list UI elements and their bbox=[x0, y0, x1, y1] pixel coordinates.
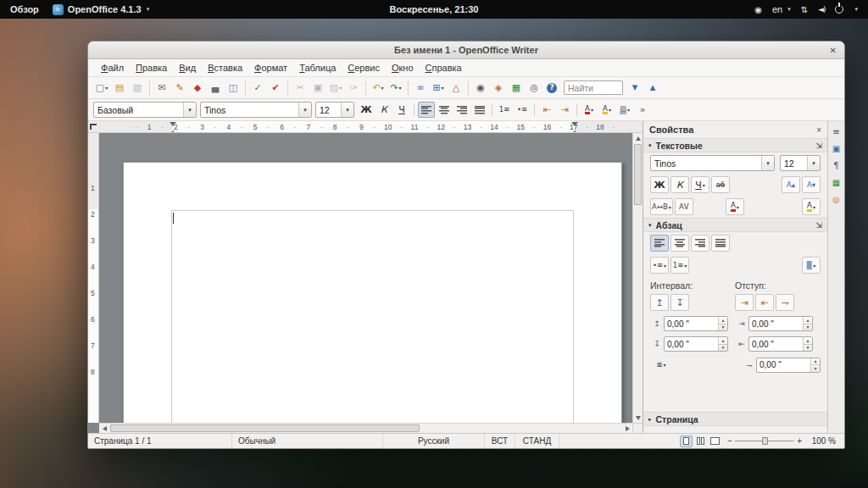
power-icon[interactable] bbox=[835, 5, 843, 14]
navigator-tab-icon[interactable]: ◎ bbox=[830, 193, 843, 207]
paragraph-style-combo[interactable]: Базовый ▾ bbox=[93, 102, 197, 118]
sidebar-bullets-icon[interactable]: •≡▾ bbox=[650, 257, 669, 274]
undo-icon[interactable]: ↶▾ bbox=[370, 80, 387, 96]
redo-icon[interactable]: ↷▾ bbox=[387, 80, 404, 96]
spin-down-icon[interactable]: ▼ bbox=[811, 365, 820, 372]
document-viewport[interactable] bbox=[99, 133, 632, 423]
format-paintbrush-icon[interactable]: ✑ bbox=[345, 80, 362, 96]
spacing-above-input[interactable]: 0,00 " ▲▼ bbox=[664, 316, 728, 331]
zoom-slider[interactable]: − + bbox=[724, 434, 805, 448]
export-pdf-icon[interactable]: ◆ bbox=[189, 80, 206, 96]
save-icon[interactable]: ▥ bbox=[129, 80, 146, 96]
menu-table[interactable]: Таблица bbox=[293, 61, 342, 75]
copy-icon[interactable]: ▣ bbox=[309, 80, 326, 96]
align-justify-icon[interactable] bbox=[471, 102, 488, 118]
menu-help[interactable]: Справка bbox=[420, 61, 468, 75]
scroll-down-icon[interactable] bbox=[633, 413, 643, 423]
find-input[interactable] bbox=[564, 80, 623, 95]
underline-icon[interactable]: Ч bbox=[393, 102, 410, 118]
sidebar-highlighting-icon[interactable]: А▾ bbox=[802, 198, 821, 215]
tab-stop-selector[interactable] bbox=[90, 124, 97, 130]
spinner-buttons[interactable]: ▲▼ bbox=[718, 337, 727, 351]
close-icon[interactable]: ✕ bbox=[830, 42, 837, 58]
sidebar-decrease-indent-icon[interactable]: ⇤ bbox=[755, 294, 774, 311]
navigator-icon[interactable]: ◈ bbox=[490, 80, 507, 96]
background-color-icon[interactable]: ▧▾ bbox=[616, 102, 633, 118]
dialog-launcher-icon[interactable]: ⇲ bbox=[815, 141, 822, 150]
email-icon[interactable]: ✉ bbox=[153, 80, 170, 96]
chevron-down-icon[interactable]: ▾ bbox=[807, 156, 820, 170]
sidebar-underline-icon[interactable]: Ч▾ bbox=[691, 176, 709, 193]
font-size-combo[interactable]: 12 ▾ bbox=[315, 102, 354, 118]
zoom-icon[interactable]: ◎ bbox=[526, 80, 542, 96]
sidebar-font-size-combo[interactable]: 12 ▾ bbox=[780, 155, 821, 171]
character-spacing-icon[interactable]: А↔В▾ bbox=[650, 198, 673, 215]
horizontal-ruler[interactable]: ·1·2·3·4·5·6·7·8·9·10·11·12·13·14·15·16·… bbox=[88, 121, 643, 133]
highlighting-icon[interactable]: А▾ bbox=[598, 102, 615, 118]
sidebar-strikethrough-icon[interactable]: аб bbox=[711, 176, 730, 193]
spin-up-icon[interactable]: ▲ bbox=[719, 317, 727, 324]
sidebar-align-left-icon[interactable] bbox=[650, 235, 669, 252]
volume-icon[interactable]: ◄) bbox=[818, 5, 825, 14]
sidebar-italic-icon[interactable]: К bbox=[670, 176, 689, 193]
bold-icon[interactable]: Ж bbox=[358, 102, 375, 118]
dialog-launcher-icon[interactable]: ⇲ bbox=[815, 221, 822, 230]
find-previous-icon[interactable]: ▲ bbox=[644, 80, 661, 96]
chevron-down-icon[interactable]: ▾ bbox=[761, 156, 774, 170]
horizontal-scrollbar[interactable] bbox=[99, 423, 632, 433]
styles-tab-icon[interactable]: ¶ bbox=[830, 159, 843, 173]
zoom-out-icon[interactable]: − bbox=[727, 436, 732, 446]
document-page[interactable] bbox=[123, 162, 622, 423]
page-preview-icon[interactable]: ◫ bbox=[225, 80, 242, 96]
first-line-indent-input[interactable]: 0,00 " ▲▼ bbox=[756, 358, 821, 373]
activities-button[interactable]: Обзор bbox=[10, 4, 39, 14]
vertical-ruler[interactable]: 12345678 bbox=[88, 133, 99, 423]
indent-after-input[interactable]: 0,00 " ▲▼ bbox=[748, 336, 813, 352]
chevron-down-icon[interactable]: ▾ bbox=[183, 103, 196, 117]
app-indicator[interactable]: ≈ OpenOffice 4.1.3 ▾ bbox=[53, 4, 149, 15]
menu-view[interactable]: Вид bbox=[173, 61, 202, 75]
single-page-view-icon[interactable] bbox=[680, 435, 693, 447]
sidebar-bold-icon[interactable]: Ж bbox=[650, 176, 669, 193]
paste-icon[interactable]: ▨▾ bbox=[327, 80, 344, 96]
scrollbar-thumb[interactable] bbox=[110, 424, 420, 432]
sidebar-numbering-icon[interactable]: 1≡▾ bbox=[670, 257, 689, 274]
decrease-indent-icon[interactable]: ⇤ bbox=[538, 102, 555, 118]
menu-edit[interactable]: Правка bbox=[130, 61, 173, 75]
status-language[interactable]: Русский bbox=[383, 434, 485, 448]
kerning-icon[interactable]: АV bbox=[675, 198, 693, 215]
chevron-down-icon[interactable]: ▾ bbox=[341, 103, 353, 117]
font-color-icon[interactable]: А▾ bbox=[581, 102, 598, 118]
edit-file-icon[interactable]: ✎ bbox=[171, 80, 188, 96]
numbered-list-icon[interactable]: 1≡ bbox=[496, 102, 513, 118]
gallery-tab-icon[interactable]: ▦ bbox=[830, 176, 843, 190]
section-header-character[interactable]: ▾ Текстовые ⇲ bbox=[643, 138, 827, 152]
section-header-page[interactable]: ▸ Страница bbox=[643, 412, 827, 426]
spin-down-icon[interactable]: ▼ bbox=[804, 345, 812, 352]
sidebar-increase-indent-icon[interactable]: ⇥ bbox=[735, 294, 754, 311]
increase-spacing-icon[interactable]: ↥ bbox=[650, 294, 669, 311]
sidebar-align-justify-icon[interactable] bbox=[711, 235, 730, 252]
spacing-below-input[interactable]: 0,00 " ▲▼ bbox=[664, 336, 728, 352]
find-next-icon[interactable]: ▼ bbox=[626, 80, 643, 96]
find-replace-icon[interactable]: ◉ bbox=[472, 80, 489, 96]
keyboard-layout-indicator[interactable]: en ▾ bbox=[772, 4, 791, 14]
sidebar-menu-icon[interactable]: ≡ bbox=[830, 125, 843, 139]
close-icon[interactable]: × bbox=[816, 125, 821, 135]
spin-up-icon[interactable]: ▲ bbox=[719, 337, 727, 345]
new-document-icon[interactable]: ▢▾ bbox=[93, 80, 110, 96]
align-right-icon[interactable] bbox=[453, 102, 470, 118]
font-name-combo[interactable]: Tinos ▾ bbox=[200, 102, 312, 118]
sidebar-font-name-combo[interactable]: Tinos ▾ bbox=[650, 155, 775, 171]
spinner-buttons[interactable]: ▲▼ bbox=[718, 317, 727, 330]
sidebar-align-right-icon[interactable] bbox=[691, 235, 709, 252]
spin-up-icon[interactable]: ▲ bbox=[804, 337, 812, 345]
menu-file[interactable]: Файл bbox=[95, 61, 130, 75]
draw-functions-icon[interactable]: △ bbox=[448, 80, 465, 96]
multi-page-view-icon[interactable] bbox=[694, 435, 707, 447]
help-icon[interactable]: ? bbox=[543, 80, 560, 96]
menu-tools[interactable]: Сервис bbox=[342, 61, 386, 75]
scroll-up-icon[interactable] bbox=[633, 133, 643, 143]
line-spacing-button[interactable]: ≣ ▾ bbox=[650, 357, 672, 373]
book-view-icon[interactable] bbox=[709, 435, 721, 447]
